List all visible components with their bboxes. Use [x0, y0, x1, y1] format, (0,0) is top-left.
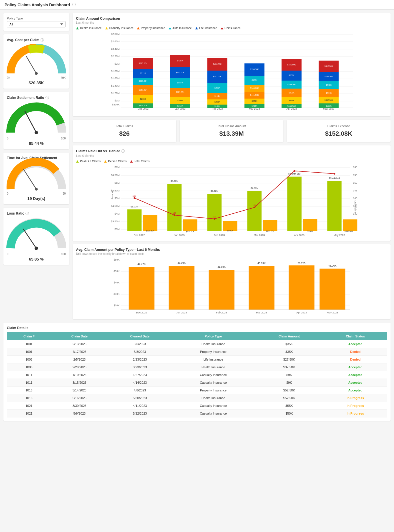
claims-paid-denied-svg: $7M $6.50M $6M $5.50M $5M $4.50M $4M $3.… [76, 165, 387, 237]
settlement-ratio-max: 100 [61, 137, 66, 140]
policy-type-select[interactable]: All Health Insurance Casualty Insurance … [7, 21, 66, 27]
cell-cleared-date: 4/8/2023 [108, 387, 172, 394]
col-claim-amount[interactable]: Claim Amount [255, 332, 324, 340]
col-policy-type[interactable]: Policy Type [172, 332, 255, 340]
cell-claim-amount: $52.50K [255, 387, 324, 394]
svg-text:$3.50M: $3.50M [111, 220, 119, 223]
avg-cost-title: Avg. Cost per Claim [7, 38, 39, 42]
avg-cost-card: Avg. Cost per Claim ⓘ [3, 34, 69, 89]
settlement-time-value: 19 Day(s) [27, 196, 45, 201]
svg-text:$161K: $161K [214, 105, 220, 107]
legend-denied-2: Denied Claims [104, 160, 127, 163]
cell-cleared-date: 1/27/2023 [108, 371, 172, 379]
svg-text:155: 155 [353, 174, 357, 177]
svg-text:$1.40M: $1.40M [111, 84, 119, 87]
cell-claim-date: 5/9/2023 [51, 410, 108, 417]
col-cleared-date[interactable]: Cleared Date [108, 332, 172, 340]
svg-text:$1.07M: $1.07M [131, 205, 138, 208]
cell-claim-num: 1021 [7, 410, 51, 417]
table-row: 1001 4/17/2023 5/8/2023 Property Insuran… [7, 348, 387, 356]
svg-text:$2.20M: $2.20M [111, 55, 119, 58]
svg-text:$2.60M: $2.60M [111, 40, 119, 43]
loss-ratio-value: 65.85 % [29, 257, 43, 261]
claims-paid-denied-info-icon[interactable]: ⓘ [121, 149, 125, 154]
cell-claim-amount: $9K [255, 379, 324, 387]
right-panel: Claim Amount Comparison Last 6 months He… [73, 13, 391, 319]
svg-text:$3.52M: $3.52M [211, 190, 218, 192]
cell-cleared-date: 5/8/2023 [108, 348, 172, 356]
svg-text:$249K: $249K [251, 100, 257, 102]
settlement-ratio-info-icon[interactable]: ⓘ [45, 95, 49, 100]
svg-point-168 [334, 173, 335, 175]
loss-ratio-max: 100 [61, 253, 66, 256]
svg-line-6 [23, 229, 36, 248]
claims-expense-value: $152.08K [291, 130, 386, 137]
cell-policy-type: Health Insurance [172, 394, 255, 402]
svg-point-3 [35, 131, 38, 134]
total-claims-card: Total Claims 826 [73, 120, 176, 142]
svg-text:$352.50K: $352.50K [325, 99, 333, 101]
svg-text:$114K: $114K [214, 95, 220, 97]
svg-rect-195 [289, 265, 315, 310]
svg-text:$909.50K: $909.50K [146, 230, 155, 232]
svg-text:46.09K: 46.09K [177, 261, 186, 264]
svg-text:$424K: $424K [177, 60, 183, 62]
cell-claim-amount: $27.50K [255, 356, 324, 363]
claims-expense-card: Claims Expense $152.08K [287, 120, 391, 142]
svg-text:$221.50K: $221.50K [176, 91, 185, 93]
svg-text:$209K: $209K [177, 99, 183, 101]
policy-type-label: Policy Type [7, 17, 66, 20]
svg-text:121: 121 [173, 212, 177, 214]
cell-status: Accepted [323, 387, 387, 394]
total-claims-value: 826 [77, 130, 172, 137]
legend-casualty: Casualty Insurance [105, 27, 134, 30]
table-row: 1011 1/10/2023 1/27/2023 Casualty Insura… [7, 371, 387, 379]
cell-policy-type: Casualty Insurance [172, 379, 255, 387]
col-claim-date[interactable]: Claim Date [51, 332, 108, 340]
svg-text:$511K: $511K [140, 72, 146, 74]
svg-text:May 2023: May 2023 [323, 107, 335, 110]
cell-policy-type: Casualty Insurance [172, 402, 255, 410]
page-title: Policy Claims Analysis Dashboard [5, 3, 70, 7]
avg-cost-info-icon[interactable]: ⓘ [41, 38, 44, 43]
svg-text:$893.50K: $893.50K [345, 230, 353, 232]
svg-text:$2.40M: $2.40M [111, 47, 119, 50]
avg-cost-gauge-labels: 0K 40K [7, 76, 66, 79]
svg-text:Jan 2023: Jan 2023 [174, 234, 185, 237]
claim-amount-chart-subtitle: Last 6 months [76, 21, 387, 24]
svg-text:44.77K: 44.77K [137, 263, 146, 265]
svg-text:Apr 2023: Apr 2023 [296, 311, 307, 314]
svg-text:Feb 2023: Feb 2023 [214, 234, 225, 237]
page-header: Policy Claims Analysis Dashboard ⓘ [0, 0, 394, 10]
claims-expense-label: Claims Expense [291, 124, 386, 128]
header-info-icon[interactable]: ⓘ [72, 2, 76, 7]
svg-text:$234.50K: $234.50K [325, 75, 333, 77]
svg-rect-139 [167, 184, 182, 231]
cell-claim-num: 1006 [7, 363, 51, 371]
svg-rect-187 [129, 267, 155, 310]
cell-cleared-date: 4/14/2023 [108, 379, 172, 387]
cell-cleared-date: 3/23/2023 [108, 363, 172, 371]
settlement-time-card: Time for Avg. Claim Settlement 0 30 [3, 153, 69, 204]
svg-text:$329K: $329K [289, 99, 295, 101]
svg-text:45.99K: 45.99K [257, 262, 266, 265]
cell-status: In Progress [323, 410, 387, 417]
svg-text:$5.44M 43: $5.44M 43 [329, 177, 340, 179]
svg-text:$744K: $744K [326, 92, 332, 94]
cell-claim-amount: $35K [255, 348, 324, 356]
cell-claim-num: 1016 [7, 394, 51, 402]
loss-ratio-info-icon[interactable]: ⓘ [25, 211, 29, 216]
svg-rect-141 [183, 219, 197, 231]
svg-text:$50K: $50K [113, 270, 119, 273]
svg-point-159 [134, 197, 135, 199]
cell-claim-amount: $50K [255, 410, 324, 417]
col-claim-num[interactable]: Claim # [7, 332, 51, 340]
col-claim-status[interactable]: Claim Status [323, 332, 387, 340]
avg-cost-gauge: 0K 40K $20.35K [7, 45, 66, 85]
cell-claim-num: 1001 [7, 348, 51, 356]
svg-rect-157 [343, 219, 357, 231]
total-claims-amount-label: Total Claims Amount [184, 124, 279, 128]
svg-text:$415K: $415K [251, 105, 257, 107]
cell-status: Accepted [323, 379, 387, 387]
svg-text:$140.70K: $140.70K [250, 87, 259, 89]
